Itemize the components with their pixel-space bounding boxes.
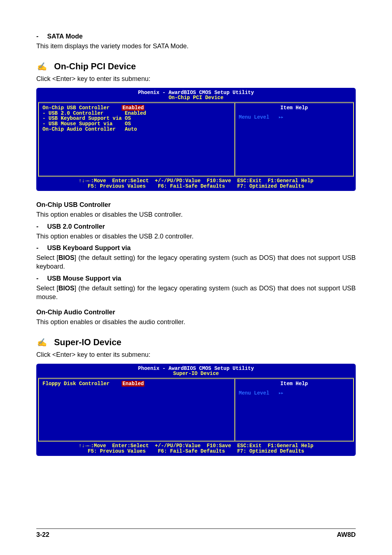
bios-item-help-label: Item Help <box>239 105 350 111</box>
usb-controller-desc: This option enables or disables the USB … <box>36 210 356 219</box>
super-io-title: Super-IO Device <box>54 337 121 347</box>
model-name: AW8D <box>337 531 356 539</box>
triangle-right-icon: ▸▸ <box>278 114 283 120</box>
usb-controller-heading: On-Chip USB Controller <box>36 201 356 209</box>
pointer-icon: ✍ <box>37 62 47 72</box>
bios-footer-keys: ↑↓→←:Move Enter:Select +/-/PU/PD:Value F… <box>38 177 354 189</box>
bios-title: Phoenix - AwardBIOS CMOS Setup Utility O… <box>38 90 354 101</box>
bios-footer-keys: ↑↓→←:Move Enter:Select +/-/PU/PD:Value F… <box>38 442 354 454</box>
page-footer: 3-22 AW8D <box>36 529 356 539</box>
bios-title: Phoenix - AwardBIOS CMOS Setup Utility S… <box>38 366 354 376</box>
sata-mode-heading: -SATA Mode <box>36 33 356 40</box>
audio-controller-desc: This option enables or disables the audi… <box>36 318 356 326</box>
pointer-icon: ✍ <box>37 338 47 347</box>
usb-keyboard-desc: Select [BIOS] (the default setting) for … <box>36 253 356 271</box>
bios-help-panel: Item Help Menu Level ▸▸ <box>234 379 353 441</box>
usb-mouse-heading: -USB Mouse Support via <box>36 275 356 282</box>
bios-screenshot-on-chip-pci: Phoenix - AwardBIOS CMOS Setup Utility O… <box>36 88 356 191</box>
on-chip-pci-title: On-Chip PCI Device <box>54 61 136 72</box>
bios-body: On-Chip USB Controller Enabled - USB 2.0… <box>38 102 354 177</box>
usb20-desc: This option enables or disables the USB … <box>36 232 356 241</box>
super-io-section-head: ✍ Super-IO Device <box>36 337 356 347</box>
bios-help-panel: Item Help Menu Level ▸▸ <box>234 103 353 176</box>
on-chip-pci-intro: Click <Enter> key to enter its submenu: <box>36 74 356 83</box>
bios-settings-panel: On-Chip USB Controller Enabled - USB 2.0… <box>39 103 234 176</box>
super-io-intro: Click <Enter> key to enter its submenu: <box>36 350 356 359</box>
bios-screenshot-super-io: Phoenix - AwardBIOS CMOS Setup Utility S… <box>36 364 356 456</box>
usb-mouse-desc: Select [BIOS] (the default setting) for … <box>36 284 356 302</box>
page-number: 3-22 <box>36 531 49 539</box>
page-content: -SATA Mode This item displays the variet… <box>36 33 356 456</box>
bios-item-help-label: Item Help <box>239 381 350 387</box>
audio-controller-heading: On-Chip Audio Controller <box>36 309 356 316</box>
bios-settings-panel: Floppy Disk Controller Enabled <box>39 379 234 441</box>
usb-keyboard-heading: -USB Keyboard Support via <box>36 244 356 252</box>
bios-menu-level-row: Menu Level ▸▸ <box>239 390 350 396</box>
bios-menu-level-row: Menu Level ▸▸ <box>239 114 350 120</box>
on-chip-pci-section-head: ✍ On-Chip PCI Device <box>36 61 356 72</box>
usb20-heading: -USB 2.0 Controller <box>36 223 356 230</box>
sata-mode-desc: This item displays the variety modes for… <box>36 42 356 50</box>
bios-body: Floppy Disk Controller Enabled Item Help… <box>38 378 354 442</box>
triangle-right-icon: ▸▸ <box>278 390 283 396</box>
sata-mode-label: SATA Mode <box>47 33 83 40</box>
